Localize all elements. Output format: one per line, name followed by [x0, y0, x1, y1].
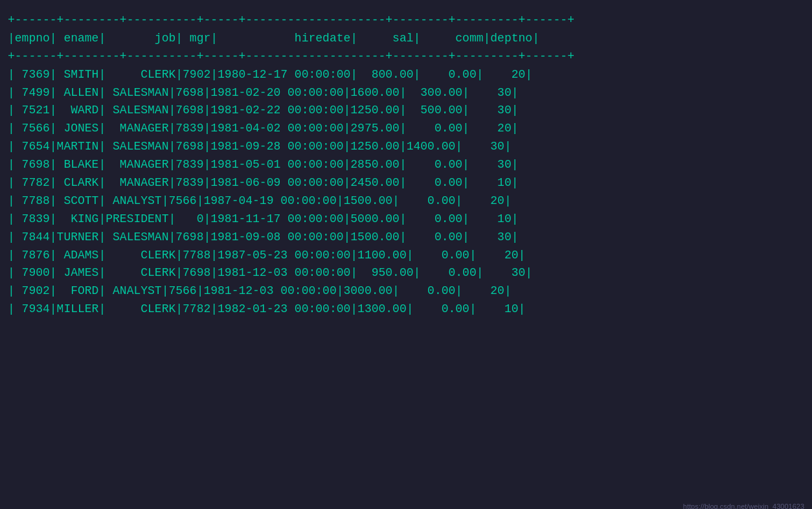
table-line: | 7654|MARTIN| SALESMAN|7698|1981-09-28 …	[8, 138, 804, 156]
watermark: https://blog.csdn.net/weixin_43001623	[683, 503, 804, 509]
table-line: | 7369| SMITH| CLERK|7902|1980-12-17 00:…	[8, 66, 804, 84]
table-line: +------+--------+----------+-----+------…	[8, 12, 804, 30]
table-line: | 7698| BLAKE| MANAGER|7839|1981-05-01 0…	[8, 156, 804, 174]
table-line: | 7788| SCOTT| ANALYST|7566|1987-04-19 0…	[8, 192, 804, 210]
table-line: | 7876| ADAMS| CLERK|7788|1987-05-23 00:…	[8, 247, 804, 265]
table-line: | 7844|TURNER| SALESMAN|7698|1981-09-08 …	[8, 229, 804, 247]
table-line: | 7934|MILLER| CLERK|7782|1982-01-23 00:…	[8, 300, 804, 319]
table-line: | 7900| JAMES| CLERK|7698|1981-12-03 00:…	[8, 264, 804, 282]
table-output: +------+--------+----------+-----+------…	[8, 12, 804, 319]
table-line: +------+--------+----------+-----+------…	[8, 48, 804, 66]
terminal-window: +------+--------+----------+-----+------…	[0, 6, 812, 509]
table-line: | 7782| CLARK| MANAGER|7839|1981-06-09 0…	[8, 174, 804, 192]
table-line: | 7902| FORD| ANALYST|7566|1981-12-03 00…	[8, 282, 804, 300]
table-line: | 7839| KING|PRESIDENT| 0|1981-11-17 00:…	[8, 210, 804, 229]
table-line: | 7566| JONES| MANAGER|7839|1981-04-02 0…	[8, 120, 804, 138]
table-line: | 7521| WARD| SALESMAN|7698|1981-02-22 0…	[8, 102, 804, 120]
table-line: | 7499| ALLEN| SALESMAN|7698|1981-02-20 …	[8, 84, 804, 102]
table-line: |empno| ename| job| mgr| hiredate| sal| …	[8, 30, 804, 48]
